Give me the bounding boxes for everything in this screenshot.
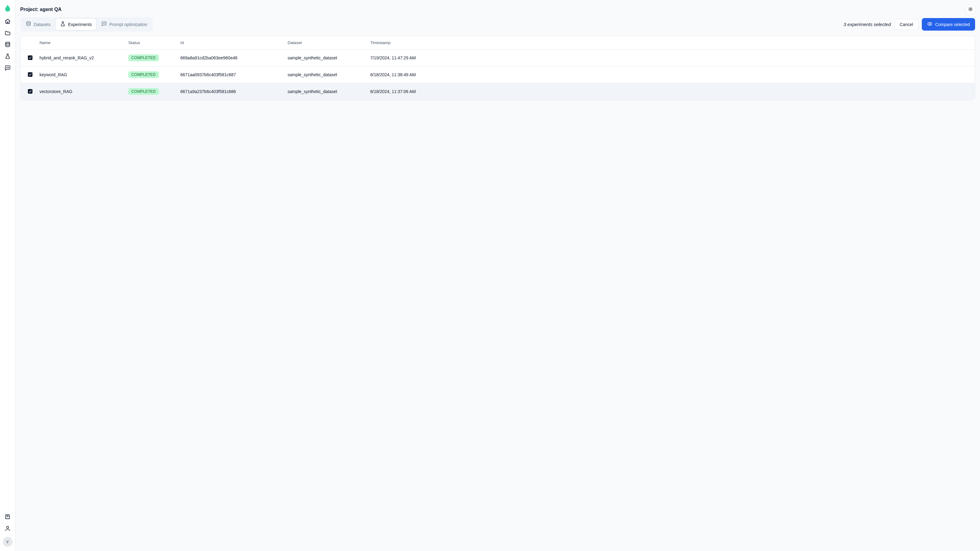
page-title: Project: agent QA [20,7,62,12]
table-header-row: Name Status Id Dataset Timestamp [21,36,975,49]
column-header-name[interactable]: Name [36,36,125,49]
button-label: Cancel [900,22,913,27]
cell-dataset: sample_synthetic_dataset [284,83,367,100]
cell-id: 6671aa0937b6c403f581c687 [177,67,284,83]
compare-selected-button[interactable]: Compare selected [922,18,975,30]
row-checkbox[interactable] [28,89,32,94]
book-icon[interactable] [5,514,11,520]
cell-dataset: sample_synthetic_dataset [284,67,367,83]
compare-icon [927,21,932,27]
column-header-id[interactable]: Id [177,36,284,49]
button-label: Compare selected [935,22,970,27]
database-icon [26,21,31,27]
svg-point-2 [970,8,971,10]
column-header-dataset[interactable]: Dataset [284,36,367,49]
avatar[interactable]: Y [3,537,13,547]
cell-name: vectorstore_RAG [36,83,125,100]
status-badge: COMPLETED [128,88,159,95]
tab-label: Experiments [68,22,92,27]
theme-toggle[interactable] [966,5,975,14]
tab-datasets[interactable]: Datasets [21,18,55,30]
cell-dataset: sample_synthetic_dataset [284,49,367,67]
status-badge: COMPLETED [128,71,159,78]
main-panel: Project: agent QA Datasets Experiments [15,0,980,551]
view-tabs: Datasets Experiments Prompt optimization [20,17,153,32]
column-header-status[interactable]: Status [125,36,177,49]
tab-experiments[interactable]: Experiments [56,18,97,30]
column-header-checkbox [21,36,36,49]
column-header-timestamp[interactable]: Timestamp [367,36,975,49]
chat-code-icon [101,21,107,27]
app-logo[interactable] [4,4,11,12]
table-row[interactable]: hybrid_and_rerank_RAG_v2 COMPLETED 669a8… [21,49,975,67]
row-checkbox[interactable] [28,56,32,60]
svg-point-1 [6,526,9,528]
cell-name: keyword_RAG [36,67,125,83]
cancel-button[interactable]: Cancel [894,19,918,30]
flask-icon [60,21,65,27]
tab-prompt-optimization[interactable]: Prompt optimization [97,18,151,30]
cell-id: 6671a9a237b6c403f581c686 [177,83,284,100]
tab-label: Datasets [34,22,51,27]
table-row[interactable]: keyword_RAG COMPLETED 6671aa0937b6c403f5… [21,67,975,83]
selection-summary: 3 experiments selected [844,22,891,27]
database-icon[interactable] [5,41,11,48]
row-checkbox[interactable] [28,72,32,77]
controls-row: Datasets Experiments Prompt optimization… [15,17,980,36]
cell-timestamp: 7/19/2024, 11:47:29 AM [367,49,975,67]
avatar-initial: Y [6,540,9,544]
topbar: Project: agent QA [15,0,980,17]
svg-point-0 [5,42,10,44]
flask-icon[interactable] [5,53,11,59]
table-row[interactable]: vectorstore_RAG COMPLETED 6671a9a237b6c4… [21,83,975,100]
cell-timestamp: 6/18/2024, 11:37:06 AM [367,83,975,100]
tab-label: Prompt optimization [109,22,147,27]
status-badge: COMPLETED [128,54,159,61]
experiments-table: Name Status Id Dataset Timestamp hybrid_… [20,36,975,100]
folder-icon[interactable] [5,30,11,36]
cell-name: hybrid_and_rerank_RAG_v2 [36,49,125,67]
home-icon[interactable] [5,18,11,24]
sun-icon [968,7,973,13]
user-icon[interactable] [5,525,11,531]
sidebar: Y [0,0,15,551]
cell-timestamp: 6/18/2024, 11:38:49 AM [367,67,975,83]
chat-code-icon[interactable] [5,65,11,71]
cell-id: 669a8a91cd2ba063ee960e48 [177,49,284,67]
svg-point-3 [27,22,30,23]
